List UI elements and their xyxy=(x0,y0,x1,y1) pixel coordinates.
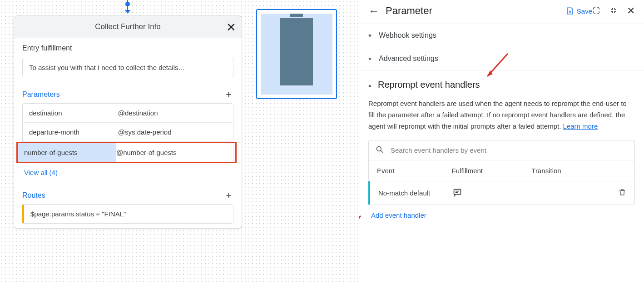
advanced-settings-row[interactable]: ▾ Advanced settings xyxy=(359,47,644,70)
advanced-settings-label: Advanced settings xyxy=(379,55,438,63)
parameter-list: destination @destination departure-month… xyxy=(22,103,233,163)
connector-arrowhead xyxy=(125,10,130,14)
svg-rect-6 xyxy=(454,190,461,195)
delete-icon[interactable] xyxy=(613,188,626,198)
connector-dot xyxy=(125,2,130,6)
reprompt-description: Reprompt event handlers are used when th… xyxy=(368,98,635,132)
parameter-name: destination xyxy=(29,109,118,117)
node-title: Collect Further Info xyxy=(95,22,161,31)
close-panel-icon[interactable]: ✕ xyxy=(627,5,635,17)
save-button[interactable]: Save xyxy=(566,7,592,15)
back-arrow-icon[interactable]: ← xyxy=(368,5,379,17)
add-parameter-button[interactable]: + xyxy=(224,89,233,100)
learn-more-link[interactable]: Learn more xyxy=(563,122,598,130)
col-transition-header: Transition xyxy=(531,167,626,175)
reprompt-header[interactable]: ▴ Reprompt event handlers xyxy=(368,80,635,90)
parameter-name: departure-month xyxy=(29,128,118,136)
add-event-handler-button[interactable]: Add event handler xyxy=(368,205,635,225)
svg-marker-3 xyxy=(359,216,361,221)
panel-title: Parameter xyxy=(386,5,543,17)
parameter-entity: @sys.date-period xyxy=(118,128,227,136)
chevron-up-icon: ▴ xyxy=(368,81,372,89)
close-icon[interactable]: ✕ xyxy=(226,20,236,35)
panel-header-actions: ✕ xyxy=(592,5,635,17)
node-header: Collect Further Info ✕ xyxy=(14,16,242,38)
routes-label[interactable]: Routes xyxy=(22,191,45,200)
svg-line-2 xyxy=(359,216,361,232)
reprompt-title: Reprompt event handlers xyxy=(378,80,480,90)
table-header: Event Fulfillment Transition xyxy=(369,160,634,181)
expand-icon[interactable] xyxy=(592,6,600,16)
chevron-down-icon: ▾ xyxy=(368,32,372,39)
parameter-name: number-of-guests xyxy=(18,143,116,162)
page-node-card: Collect Further Info ✕ Entry fulfillment… xyxy=(14,15,242,229)
flow-canvas[interactable]: Collect Further Info ✕ Entry fulfillment… xyxy=(0,0,359,285)
col-event-header: Event xyxy=(377,167,452,175)
route-item[interactable]: $page.params.status = "FINAL" xyxy=(22,204,233,224)
annotation-arrow-2 xyxy=(359,211,366,234)
event-cell: No-match default xyxy=(378,189,453,197)
reprompt-section: ▴ Reprompt event handlers Reprompt event… xyxy=(359,70,644,235)
col-fulfillment-header: Fulfillment xyxy=(452,167,532,175)
save-icon xyxy=(566,7,574,15)
webhook-settings-row[interactable]: ▾ Webhook settings xyxy=(359,24,644,47)
fulfillment-cell xyxy=(453,188,532,198)
parameter-entity: @number-of-guests xyxy=(116,149,229,156)
add-route-button[interactable]: + xyxy=(224,190,233,201)
entry-fulfillment-text[interactable]: To assist you with that I need to collec… xyxy=(22,58,233,77)
svg-point-4 xyxy=(376,147,381,151)
chevron-down-icon: ▾ xyxy=(368,55,372,62)
table-row[interactable]: No-match default xyxy=(368,181,634,205)
message-icon xyxy=(453,188,462,197)
search-input[interactable] xyxy=(391,146,628,154)
view-all-link[interactable]: View all (4) xyxy=(22,164,233,178)
search-row xyxy=(369,140,634,160)
minimap-node xyxy=(280,18,313,85)
webhook-settings-label: Webhook settings xyxy=(379,31,436,40)
entry-fulfillment-label: Entry fulfillment xyxy=(22,44,233,52)
parameters-section: Parameters + destination @destination de… xyxy=(14,82,242,183)
minimap[interactable] xyxy=(256,9,337,99)
search-icon xyxy=(375,145,384,155)
svg-line-5 xyxy=(381,150,383,153)
routes-section: Routes + $page.params.status = "FINAL" xyxy=(14,183,242,228)
svg-marker-1 xyxy=(487,70,493,76)
save-label: Save xyxy=(577,7,592,15)
panel-header: ← Parameter Save ✕ xyxy=(359,0,644,24)
minimap-viewport xyxy=(261,14,332,95)
entry-fulfillment-section: Entry fulfillment To assist you with tha… xyxy=(14,38,242,82)
event-handler-table: Event Fulfillment Transition No-match de… xyxy=(368,140,635,205)
parameter-panel: ← Parameter Save ✕ ▾ Webhook settings ▾ … xyxy=(359,0,644,285)
parameter-entity: @destination xyxy=(118,109,227,117)
parameters-label[interactable]: Parameters xyxy=(22,90,60,99)
collapse-icon[interactable] xyxy=(609,6,618,16)
parameter-row[interactable]: departure-month @sys.date-period xyxy=(23,123,233,142)
parameter-row[interactable]: destination @destination xyxy=(23,104,233,123)
parameter-row-selected[interactable]: number-of-guests @number-of-guests xyxy=(16,142,237,163)
